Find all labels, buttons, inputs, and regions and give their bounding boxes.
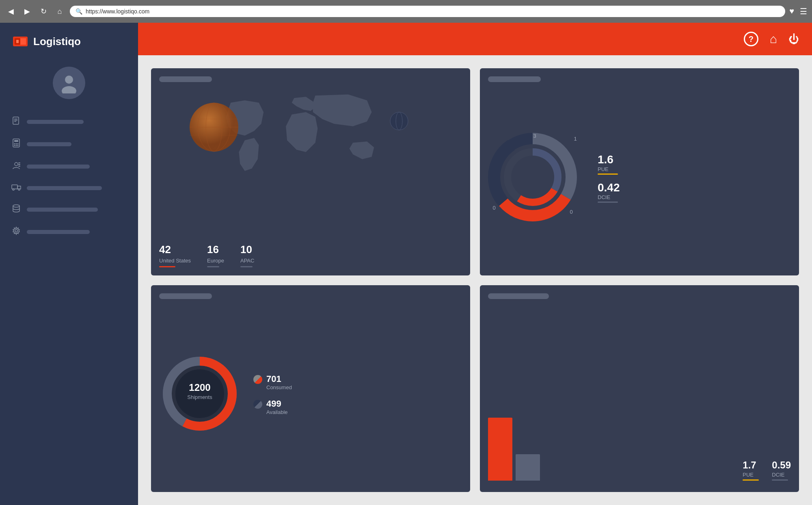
svg-text:1: 1 [574, 136, 577, 142]
bar-orange [488, 418, 512, 481]
shipments-card: 1200 Shipments 701 Consumed [151, 285, 470, 492]
bar-card-title [488, 293, 549, 299]
svg-text:1200: 1200 [189, 382, 210, 393]
reports-icon [11, 116, 21, 127]
sidebar-item-delivery[interactable] [6, 178, 132, 198]
bar-dcie-value: 0.59 [772, 459, 791, 471]
bar-chart-card: 1.7 PUE 0.59 DCIE [480, 285, 799, 492]
available-label: Available [266, 409, 288, 415]
stat-europe-number: 16 [207, 243, 224, 256]
donut-content: 3 1 0 0 1.6 PUE 0.42 [488, 89, 791, 267]
bar-pue-underline [743, 479, 759, 481]
bar-pue-value: 1.7 [743, 459, 759, 471]
svg-text:0: 0 [570, 209, 572, 215]
available-icon [253, 400, 262, 409]
stat-apac-underline [240, 266, 253, 267]
svg-rect-3 [16, 40, 19, 43]
donut-chart: 3 1 0 0 [488, 130, 585, 225]
consumed-data: 701 Consumed [266, 374, 292, 390]
back-button[interactable]: ◀ [5, 7, 17, 16]
help-icon[interactable]: ? [744, 32, 758, 46]
consumed-label: Consumed [266, 384, 292, 390]
sidebar-logo: Logistiqo [0, 23, 92, 60]
svg-rect-21 [18, 166, 20, 167]
search-icon: 🔍 [76, 8, 82, 15]
svg-point-51 [175, 369, 224, 418]
svg-point-24 [18, 189, 20, 191]
contacts-icon [11, 161, 21, 172]
power-icon[interactable]: ⏻ [788, 33, 799, 46]
shipments-donut: 1200 Shipments [159, 353, 240, 436]
donut-labels: 1.6 PUE 0.42 DCIE [598, 153, 620, 203]
calculator-icon [11, 139, 21, 150]
home-icon[interactable]: ⌂ [770, 32, 777, 46]
bar-pue-metric: 1.7 PUE [743, 459, 759, 481]
stat-europe-underline [207, 266, 219, 267]
bar-metrics: 1.7 PUE 0.59 DCIE [743, 459, 791, 484]
sidebar-item-database[interactable] [6, 198, 132, 221]
bar-chart-area [488, 419, 733, 484]
stat-us-number: 42 [159, 243, 191, 256]
svg-rect-22 [12, 185, 17, 189]
bar-dcie-underline [772, 479, 788, 481]
nav-calculator-label [27, 142, 71, 146]
map-card: 42 United States 16 Europe 10 APAC [151, 68, 470, 275]
stat-apac-number: 10 [240, 243, 254, 256]
shipments-content: 1200 Shipments 701 Consumed [159, 306, 462, 484]
stat-us-label: United States [159, 258, 191, 264]
dashboard: 42 United States 16 Europe 10 APAC [138, 55, 812, 505]
svg-rect-6 [13, 117, 19, 124]
address-bar: 🔍 [70, 6, 785, 17]
nav-delivery-label [27, 186, 102, 190]
map-container [159, 89, 462, 238]
forward-button[interactable]: ▶ [21, 7, 33, 16]
favorites-icon[interactable]: ♥ [789, 7, 794, 16]
browser-right-icons: ♥ ☰ [789, 7, 807, 16]
bar-dcie-metric: 0.59 DCIE [772, 459, 791, 481]
avatar-icon [58, 72, 80, 93]
svg-point-26 [15, 230, 17, 232]
map-card-title [159, 76, 212, 82]
sidebar-item-contacts[interactable] [6, 155, 132, 178]
pue-label: PUE [598, 166, 620, 172]
stat-apac: 10 APAC [240, 243, 254, 267]
dcie-label: DCIE [598, 194, 620, 200]
nav-contacts-label [27, 165, 90, 169]
user-avatar [0, 60, 138, 111]
globe-highlight [188, 101, 240, 154]
svg-point-16 [16, 145, 17, 146]
available-data: 499 Available [266, 399, 288, 415]
sidebar-item-settings[interactable] [6, 221, 132, 243]
stat-us-underline [159, 266, 175, 267]
sidebar-item-reports[interactable] [6, 111, 132, 133]
main-area: ? ⌂ ⏻ [138, 23, 812, 505]
stat-us: 42 United States [159, 243, 191, 267]
svg-point-33 [390, 112, 408, 130]
main-header: ? ⌂ ⏻ [138, 23, 812, 55]
url-input[interactable] [86, 8, 780, 15]
browser-home-button[interactable]: ⌂ [54, 7, 66, 16]
pue-card-title [488, 76, 541, 82]
reload-button[interactable]: ↻ [37, 7, 50, 16]
browser-chrome: ◀ ▶ ↻ ⌂ 🔍 ♥ ☰ [0, 0, 812, 23]
sidebar-item-calculator[interactable] [6, 133, 132, 155]
globe-asia [389, 111, 409, 131]
stat-europe: 16 Europe [207, 243, 224, 267]
consumed-number: 701 [266, 374, 292, 384]
svg-rect-19 [18, 163, 20, 163]
svg-rect-11 [14, 140, 18, 142]
svg-point-4 [65, 76, 73, 84]
svg-point-12 [14, 143, 15, 145]
bar-chart-content: 1.7 PUE 0.59 DCIE [488, 306, 791, 484]
logo-icon [11, 33, 29, 50]
consumed-icon [253, 375, 262, 384]
svg-text:0: 0 [492, 205, 495, 211]
dcie-value: 0.42 [598, 181, 620, 194]
dcie-underline [598, 202, 618, 203]
settings-icon [11, 226, 21, 237]
app-container: Logistiqo [0, 23, 812, 505]
browser-menu-icon[interactable]: ☰ [800, 7, 807, 16]
nav-settings-label [27, 230, 90, 234]
pue-donut-card: 3 1 0 0 1.6 PUE 0.42 [480, 68, 799, 275]
nav-items [0, 111, 138, 243]
